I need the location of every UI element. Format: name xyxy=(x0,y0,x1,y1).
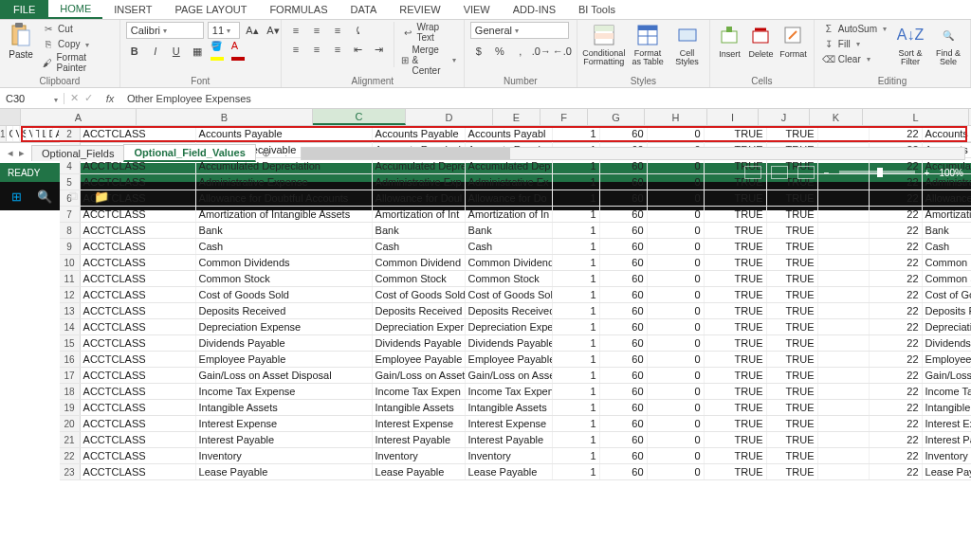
cell[interactable]: ALLOWNULL xyxy=(53,126,60,141)
cell[interactable]: VDESC xyxy=(27,126,33,141)
cell[interactable]: ACCTCLASS xyxy=(81,464,196,479)
cell[interactable] xyxy=(818,207,870,222)
cell[interactable]: 22 xyxy=(870,400,923,415)
cell[interactable] xyxy=(818,223,870,238)
cell[interactable]: 22 xyxy=(870,239,923,254)
cell[interactable]: Cash xyxy=(466,239,553,254)
cell[interactable]: 0 xyxy=(648,319,705,334)
cell[interactable]: ACCTCLASS xyxy=(81,271,196,286)
formula-input[interactable]: Other Employee Expenses xyxy=(121,93,971,104)
cell[interactable]: 0 xyxy=(648,158,705,173)
cell[interactable]: Employee Payable xyxy=(466,352,553,367)
cell[interactable]: ACCTCLASS xyxy=(81,448,196,463)
cell[interactable]: Employee Payable xyxy=(923,352,971,367)
row-header[interactable]: 7 xyxy=(60,207,81,222)
tab-review[interactable]: REVIEW xyxy=(388,0,451,19)
decrease-font-button[interactable]: A▾ xyxy=(265,22,282,39)
zoom-in-button[interactable]: + xyxy=(925,168,930,178)
cell[interactable]: Gain/Loss on Asset Disposal xyxy=(196,368,373,383)
cell[interactable]: Common Stock xyxy=(923,271,971,286)
cell[interactable]: Interest Payable xyxy=(373,432,466,447)
row-header[interactable]: 15 xyxy=(60,335,81,351)
cell[interactable]: 22 xyxy=(870,271,923,286)
cell[interactable]: Dividends Payable xyxy=(373,335,466,351)
row-header[interactable]: 20 xyxy=(60,416,81,431)
cell[interactable]: Interest Expense xyxy=(923,416,971,431)
cell[interactable]: Accounts Payable xyxy=(196,126,373,141)
cell[interactable]: Cash xyxy=(373,239,466,254)
tab-data[interactable]: DATA xyxy=(339,0,389,19)
zoom-out-button[interactable]: − xyxy=(824,168,830,178)
cell[interactable]: Income Tax Expen xyxy=(466,384,553,399)
cancel-formula-icon[interactable]: ✕ xyxy=(70,92,79,104)
cell[interactable]: 0 xyxy=(648,190,705,206)
cell[interactable] xyxy=(818,448,870,463)
cell[interactable]: Deposits Received xyxy=(923,303,971,318)
cell[interactable]: 22 xyxy=(870,416,923,431)
cell[interactable]: Allowance for Doubtf xyxy=(923,190,971,206)
tab-bitools[interactable]: BI Tools xyxy=(567,0,627,19)
cell[interactable] xyxy=(818,352,870,367)
border-button[interactable]: ▦ xyxy=(189,43,206,60)
cell[interactable]: Cost of Goods Sold xyxy=(373,287,466,302)
cell[interactable]: TRUE xyxy=(767,271,818,286)
cell[interactable]: 22 xyxy=(870,223,923,238)
cell[interactable]: 22 xyxy=(870,448,923,463)
cell[interactable]: Depreciation Exper xyxy=(373,319,466,334)
cell[interactable]: Dividends Payable xyxy=(923,335,971,351)
increase-indent-button[interactable]: ⇥ xyxy=(371,41,388,58)
row-header[interactable]: 23 xyxy=(60,464,81,479)
cell[interactable]: Bank xyxy=(466,223,553,238)
cell[interactable]: Inventory xyxy=(923,448,971,463)
cell[interactable]: ACCTCLASS xyxy=(81,207,196,222)
cell[interactable]: 60 xyxy=(600,303,648,318)
cell[interactable]: TRUE xyxy=(767,352,818,367)
cell[interactable]: ACCTCLASS xyxy=(81,223,196,238)
percent-button[interactable]: % xyxy=(491,43,508,60)
cell[interactable]: 22 xyxy=(870,319,923,334)
row-header[interactable]: 11 xyxy=(60,271,81,286)
cell[interactable]: TRUE xyxy=(705,319,767,334)
col-header-E[interactable]: E xyxy=(493,109,540,125)
cell[interactable]: TRUE xyxy=(767,190,818,206)
merge-center-button[interactable]: ⊞Merge & Center xyxy=(399,45,457,76)
cell[interactable]: 0 xyxy=(648,448,705,463)
cell[interactable]: 1 xyxy=(553,400,600,415)
cell[interactable]: Lease Payable xyxy=(923,464,971,479)
cell[interactable]: Depreciation Expe xyxy=(466,319,553,334)
tab-pagelayout[interactable]: PAGE LAYOUT xyxy=(163,0,258,19)
align-right-button[interactable]: ≡ xyxy=(329,41,346,58)
task-view-icon[interactable]: ⧉ xyxy=(63,186,83,207)
cell[interactable]: 60 xyxy=(600,271,648,286)
col-header-L[interactable]: L xyxy=(863,109,969,125)
cell[interactable]: Deposits Received xyxy=(196,303,373,318)
cell[interactable]: TRUE xyxy=(705,384,767,399)
cell[interactable]: SORTEDVAL xyxy=(20,126,27,141)
cell[interactable]: 1 xyxy=(553,255,600,270)
cell[interactable]: 1 xyxy=(553,384,600,399)
cell[interactable]: 22 xyxy=(870,126,923,141)
cell[interactable]: 1 xyxy=(553,448,600,463)
cell[interactable]: 22 xyxy=(870,190,923,206)
col-header-C[interactable]: C xyxy=(313,109,406,125)
tab-file[interactable]: FILE xyxy=(0,0,48,19)
cell[interactable]: 0 xyxy=(648,223,705,238)
col-header-H[interactable]: H xyxy=(645,109,707,125)
insert-cells-button[interactable]: Insert xyxy=(716,22,743,59)
cell[interactable]: Employee Payable xyxy=(196,352,373,367)
cell[interactable]: Allowance for Doul xyxy=(373,190,466,206)
col-header-F[interactable]: F xyxy=(540,109,588,125)
next-sheet-icon[interactable]: ▸ xyxy=(19,147,25,159)
row-header[interactable]: 22 xyxy=(60,448,81,463)
cell[interactable]: 1 xyxy=(553,207,600,222)
cell[interactable]: 1 xyxy=(553,368,600,383)
cell[interactable]: Lease Payable xyxy=(196,464,373,479)
cell[interactable]: 0 xyxy=(648,126,705,141)
cell[interactable]: Gain/Loss on Asset xyxy=(373,368,466,383)
cell[interactable]: 0 xyxy=(648,464,705,479)
cell[interactable]: TRUE xyxy=(705,303,767,318)
cell[interactable]: Dividends Payable xyxy=(196,335,373,351)
cell[interactable]: TRUE xyxy=(767,432,818,447)
cell[interactable]: TRUE xyxy=(767,239,818,254)
cell[interactable]: 60 xyxy=(600,384,648,399)
